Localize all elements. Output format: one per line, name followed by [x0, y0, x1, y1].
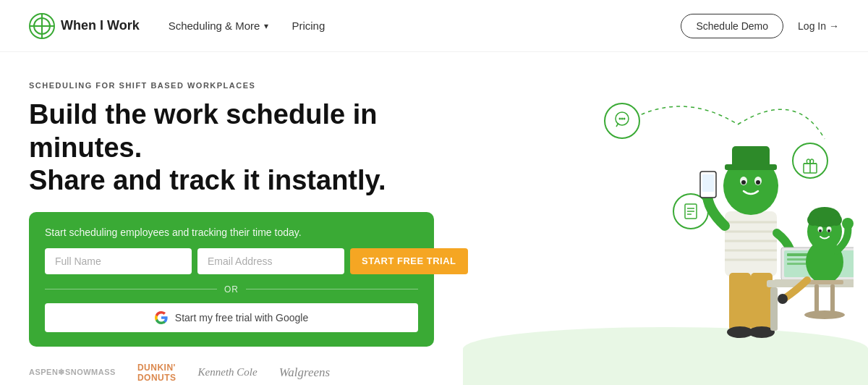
brand-dunkin: DUNKIN'DONUTS — [137, 363, 176, 383]
hero-illustration — [535, 67, 854, 371]
svg-rect-24 — [729, 273, 751, 331]
svg-rect-39 — [770, 287, 778, 331]
hero-title: Build the work schedule in minutes. Shar… — [29, 98, 492, 198]
logo[interactable]: When I Work — [29, 13, 140, 39]
brand-kenneth: Kenneth Cole — [198, 366, 258, 378]
svg-point-59 — [804, 310, 845, 319]
svg-point-54 — [827, 229, 830, 232]
svg-point-53 — [819, 229, 822, 232]
svg-point-31 — [741, 180, 746, 185]
svg-point-32 — [756, 180, 760, 185]
left-content: SCHEDULING FOR SHIFT BASED WORKPLACES Bu… — [29, 74, 492, 385]
google-btn-label: Start my free trial with Google — [175, 312, 308, 323]
svg-point-55 — [842, 218, 854, 229]
svg-point-60 — [778, 294, 788, 304]
eyebrow-text: SCHEDULING FOR SHIFT BASED WORKPLACES — [29, 81, 492, 90]
cta-form-row: START FREE TRIAL — [45, 248, 418, 274]
email-input[interactable] — [197, 248, 344, 274]
svg-point-4 — [605, 103, 639, 138]
brand-aspen: ASPEN❄SNOWMASS — [29, 368, 116, 377]
login-link[interactable]: Log In → — [798, 20, 839, 32]
svg-rect-58 — [830, 284, 835, 313]
or-divider: OR — [45, 284, 418, 295]
google-signin-button[interactable]: Start my free trial with Google — [45, 303, 418, 332]
brands-section: ASPEN❄SNOWMASS DUNKIN'DONUTS Kenneth Col… — [29, 363, 492, 383]
schedule-demo-button[interactable]: Schedule Demo — [681, 14, 783, 38]
google-icon — [155, 311, 168, 324]
right-illustration — [492, 74, 839, 385]
svg-rect-34 — [732, 146, 770, 168]
navigation: When I Work Scheduling & More Pricing Sc… — [0, 0, 868, 52]
svg-point-50 — [830, 214, 842, 226]
or-text: OR — [224, 284, 239, 295]
svg-point-7 — [621, 118, 624, 120]
svg-point-6 — [619, 118, 621, 120]
svg-rect-36 — [702, 174, 714, 192]
nav-links: Scheduling & More Pricing — [169, 20, 681, 32]
scheduling-menu-link[interactable]: Scheduling & More — [169, 20, 269, 32]
cta-subtitle: Start scheduling employees and tracking … — [45, 227, 418, 238]
brand-walgreens: Walgreens — [279, 365, 331, 380]
arrow-icon: → — [829, 20, 839, 32]
pricing-link[interactable]: Pricing — [292, 20, 325, 32]
logo-text: When I Work — [61, 18, 140, 33]
svg-rect-56 — [806, 280, 843, 284]
main-content: SCHEDULING FOR SHIFT BASED WORKPLACES Bu… — [0, 52, 868, 385]
divider-line-right — [246, 289, 418, 289]
full-name-input[interactable] — [45, 248, 192, 274]
svg-point-49 — [807, 214, 819, 226]
nav-right: Schedule Demo Log In → — [681, 14, 839, 38]
divider-line-left — [45, 289, 217, 289]
cta-card: Start scheduling employees and tracking … — [29, 212, 434, 347]
start-trial-button[interactable]: START FREE TRIAL — [350, 248, 468, 274]
svg-point-8 — [624, 118, 626, 120]
svg-rect-57 — [814, 284, 819, 313]
